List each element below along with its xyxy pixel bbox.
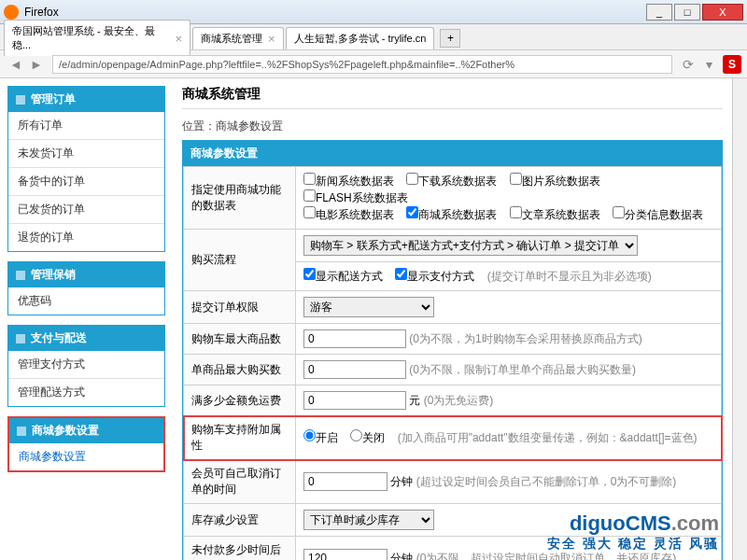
field-label: 会员可自己取消订单的时间 [184, 460, 296, 504]
sidebar-item[interactable]: 所有订单 [8, 112, 164, 140]
app-title: Firefox [24, 6, 644, 19]
back-button[interactable]: ◄ [6, 54, 26, 75]
show-pay-checkbox[interactable] [395, 268, 407, 280]
hint-text: (0为不限，超过设定时间自动取消订单，并还原库存) [416, 552, 677, 560]
field-label: 未付款多少时间后还原库存 [184, 537, 296, 561]
window-close-button[interactable]: X [702, 4, 743, 21]
field-label: 购买流程 [184, 230, 296, 291]
checkbox-category[interactable] [613, 206, 625, 218]
tab-label: 商城系统管理 [201, 32, 262, 46]
submit-perm-select[interactable]: 游客 [303, 297, 434, 317]
browser-tab[interactable]: 帝国网站管理系统 - 最安全、最稳...× [4, 20, 190, 56]
tab-label: 人生短暂,多多尝试 - trylife.cn [294, 32, 427, 46]
square-icon [16, 334, 25, 343]
checkbox-image[interactable] [510, 173, 522, 185]
tab-label: 帝国网站管理系统 - 最安全、最稳... [12, 24, 169, 52]
close-icon[interactable]: × [175, 32, 182, 46]
checkbox-movie[interactable] [303, 206, 316, 218]
field-label: 满多少金额免运费 [184, 385, 296, 416]
sidebar-item[interactable]: 管理支付方式 [8, 351, 164, 379]
sogou-badge-icon[interactable]: S [723, 55, 741, 74]
breadcrumb: 位置：商城参数设置 [182, 119, 723, 134]
sidebar-section-settings: 商城参数设置 商城参数设置 [7, 416, 165, 472]
sidebar-title: 管理保销 [31, 267, 76, 283]
hint-text: (0为无免运费) [424, 394, 494, 407]
addatt-on-radio[interactable] [303, 429, 316, 441]
new-tab-button[interactable]: + [440, 29, 460, 48]
field-label: 提交订单权限 [184, 291, 296, 324]
cart-max-input[interactable] [303, 329, 406, 348]
hint-text: (提交订单时不显示且为非必选项) [487, 270, 652, 283]
sidebar-header: 商城参数设置 [9, 418, 163, 443]
window-min-button[interactable]: _ [646, 4, 672, 21]
sidebar-section-payship: 支付与配送 管理支付方式 管理配送方式 [7, 325, 165, 407]
checkbox-flash[interactable] [303, 189, 316, 202]
sidebar-header: 支付与配送 [8, 326, 164, 351]
hint-text: (0为不限，为1时购物车会采用替换原商品方式) [409, 332, 641, 345]
unpaid-time-input[interactable] [303, 549, 388, 560]
checkbox-article[interactable] [510, 206, 522, 218]
field-label: 指定使用商城功能的数据表 [184, 167, 296, 230]
sidebar-item[interactable]: 备货中的订单 [8, 168, 164, 196]
square-icon [16, 271, 25, 280]
square-icon [17, 427, 26, 436]
checkbox-download[interactable] [406, 173, 418, 185]
url-input[interactable]: /e/admin/openpage/AdminPage.php?leftfile… [52, 55, 672, 74]
datatables-cell: 新闻系统数据表 下载系统数据表 图片系统数据表 FLASH系统数据表 电影系统数… [296, 167, 722, 230]
dropdown-icon[interactable]: ▾ [698, 54, 719, 75]
cancel-time-input[interactable] [303, 472, 388, 491]
show-ship-checkbox[interactable] [303, 268, 316, 280]
stock-select[interactable]: 下订单时减少库存 [303, 510, 434, 530]
free-ship-input[interactable] [303, 391, 406, 410]
checkbox-shop[interactable] [406, 206, 418, 218]
field-label: 库存减少设置 [184, 504, 296, 537]
browser-tab[interactable]: 人生短暂,多多尝试 - trylife.cn [286, 27, 435, 49]
sidebar-header: 管理订单 [8, 87, 164, 112]
sidebar-item[interactable]: 商城参数设置 [9, 443, 163, 470]
browser-tab[interactable]: 商城系统管理× [192, 27, 284, 49]
sidebar-section-promo: 管理保销 优惠码 [7, 261, 165, 315]
refresh-button[interactable]: ⟳ [678, 54, 698, 75]
item-max-input[interactable] [303, 360, 406, 379]
hint-text: (加入商品可用"addatt"数组变量传递，例如：&addatt[]=蓝色) [398, 431, 698, 444]
hint-text: (超过设定时间会员自己不能删除订单，0为不可删除) [416, 475, 677, 488]
field-label: 购物车支持附加属性 [184, 416, 296, 460]
sidebar-item[interactable]: 管理配送方式 [8, 379, 164, 406]
sidebar-item[interactable]: 未发货订单 [8, 140, 164, 168]
addatt-off-radio[interactable] [350, 429, 362, 441]
scrollbar[interactable] [732, 78, 747, 560]
sidebar-section-orders: 管理订单 所有订单 未发货订单 备货中的订单 已发货的订单 退货的订单 [7, 86, 165, 252]
hint-text: (0为不限，限制订单里单个商品最大购买数量) [409, 363, 636, 376]
sidebar-item[interactable]: 退货的订单 [8, 224, 164, 251]
field-label: 购物车最大商品数 [184, 324, 296, 355]
field-label: 单商品最大购买数 [184, 355, 296, 385]
sidebar-item[interactable]: 已发货的订单 [8, 196, 164, 224]
sidebar-header: 管理保销 [8, 262, 164, 287]
sidebar-title: 管理订单 [31, 91, 76, 107]
page-title: 商城系统管理 [182, 86, 723, 109]
checkbox-news[interactable] [303, 173, 316, 185]
panel-header: 商城参数设置 [183, 141, 722, 166]
purchase-flow-select[interactable]: 购物车 > 联系方式+配送方式+支付方式 > 确认订单 > 提交订单 [303, 235, 638, 256]
window-max-button[interactable]: □ [674, 4, 700, 21]
forward-button[interactable]: ► [26, 54, 47, 75]
sidebar-item[interactable]: 优惠码 [8, 287, 164, 315]
firefox-icon [4, 5, 19, 20]
sidebar-title: 支付与配送 [31, 330, 87, 346]
close-icon[interactable]: × [268, 32, 275, 46]
sidebar-title: 商城参数设置 [32, 423, 99, 439]
square-icon [16, 95, 25, 105]
